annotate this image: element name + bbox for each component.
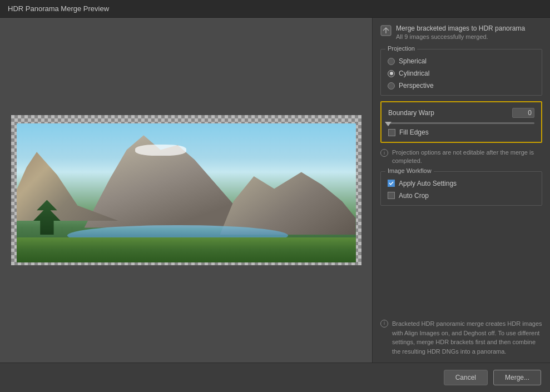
merge-title: Merge bracketed images to HDR panorama	[396, 24, 525, 32]
spacer	[380, 211, 542, 314]
info-icon-2: i	[380, 320, 388, 328]
radio-spherical[interactable]: Spherical	[388, 57, 535, 65]
projection-radio-group: Spherical Cylindrical Perspective	[388, 57, 535, 90]
title-bar: HDR Panorama Merge Preview	[0, 0, 550, 18]
apply-auto-settings-checkbox[interactable]	[388, 180, 395, 187]
snow-patch	[135, 145, 186, 156]
workflow-items: Apply Auto Settings Auto Crop	[388, 180, 535, 200]
apply-auto-settings-item: Apply Auto Settings	[388, 180, 535, 187]
radio-cylindrical-label: Cylindrical	[399, 70, 429, 77]
grass	[17, 237, 356, 262]
image-workflow-section: Image Workflow Apply Auto Settings Auto …	[380, 171, 542, 206]
bw-slider-track[interactable]	[388, 122, 534, 124]
dialog: HDR Panorama Merge Preview	[0, 0, 550, 392]
radio-perspective-circle	[388, 82, 395, 90]
boundary-warp-section: Boundary Warp Fill Edges	[380, 101, 542, 143]
radio-perspective-label: Perspective	[399, 82, 434, 90]
merge-icon	[380, 25, 392, 36]
radio-cylindrical-dot	[390, 72, 393, 75]
bw-slider-container	[388, 122, 534, 124]
fill-edges-checkbox[interactable]	[388, 129, 395, 136]
merge-info: Merge bracketed images to HDR panorama A…	[396, 24, 525, 40]
dialog-title: HDR Panorama Merge Preview	[8, 4, 109, 13]
merge-button[interactable]: Merge...	[493, 370, 541, 385]
merge-subtitle: All 9 images successfully merged.	[396, 33, 525, 40]
auto-crop-label: Auto Crop	[399, 192, 429, 200]
apply-auto-settings-label: Apply Auto Settings	[399, 180, 457, 187]
info-block: i Bracketed HDR panoramic merge creates …	[380, 319, 542, 356]
info-icon: i	[380, 149, 388, 157]
fill-edges-label: Fill Edges	[399, 128, 429, 136]
bw-value-input[interactable]	[512, 108, 534, 118]
panorama-image	[17, 123, 356, 262]
info-text: Bracketed HDR panoramic merge creates HD…	[392, 319, 542, 356]
auto-crop-item: Auto Crop	[388, 192, 535, 200]
bw-header: Boundary Warp	[388, 108, 534, 118]
content-area: Merge bracketed images to HDR panorama A…	[0, 18, 550, 363]
projection-note: i Projection options are not editable af…	[380, 148, 542, 166]
right-panel: Merge bracketed images to HDR panorama A…	[372, 18, 550, 363]
radio-spherical-label: Spherical	[399, 57, 427, 65]
projection-label: Projection	[385, 45, 417, 52]
cancel-button[interactable]: Cancel	[444, 370, 488, 385]
fill-edges-row: Fill Edges	[388, 128, 534, 136]
merge-status: Merge bracketed images to HDR panorama A…	[380, 24, 542, 43]
projection-note-text: Projection options are not editable afte…	[392, 148, 542, 166]
radio-spherical-circle	[388, 58, 395, 65]
bw-label: Boundary Warp	[388, 109, 434, 117]
preview-area	[0, 18, 372, 363]
radio-cylindrical-circle	[388, 70, 395, 77]
radio-perspective[interactable]: Perspective	[388, 82, 535, 90]
projection-section: Projection Spherical Cylindrical	[380, 49, 542, 96]
auto-crop-checkbox[interactable]	[388, 192, 395, 199]
bottom-bar: Cancel Merge...	[0, 363, 550, 392]
check-icon	[389, 181, 394, 185]
image-container	[11, 115, 361, 265]
bw-slider-thumb[interactable]	[385, 122, 392, 126]
radio-cylindrical[interactable]: Cylindrical	[388, 70, 535, 77]
mountain-right	[220, 151, 356, 235]
workflow-label: Image Workflow	[385, 167, 434, 174]
